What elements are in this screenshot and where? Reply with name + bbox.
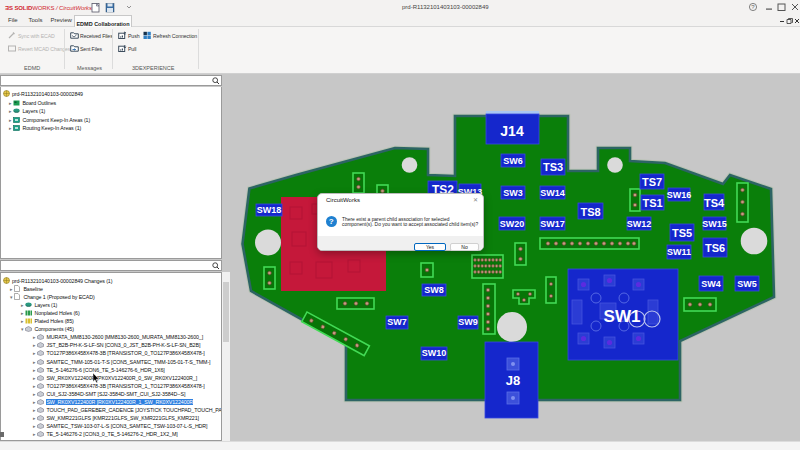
svg-text:TS6: TS6 bbox=[705, 242, 725, 254]
svg-text:TS8: TS8 bbox=[580, 206, 600, 218]
svg-text:SW12: SW12 bbox=[627, 219, 652, 229]
svg-text:SW5: SW5 bbox=[737, 279, 757, 289]
svg-text:?: ? bbox=[751, 4, 755, 10]
svg-text:SW7: SW7 bbox=[387, 317, 407, 327]
svg-text:J14: J14 bbox=[500, 123, 524, 139]
svg-text:TS5: TS5 bbox=[672, 227, 692, 239]
svg-text:TS7: TS7 bbox=[642, 176, 662, 188]
svg-text:SW6: SW6 bbox=[503, 156, 523, 166]
svg-text:SW10: SW10 bbox=[422, 348, 447, 358]
svg-text:SW17: SW17 bbox=[540, 219, 565, 229]
svg-text:SW11: SW11 bbox=[667, 247, 691, 257]
svg-text:SW3: SW3 bbox=[503, 188, 523, 198]
svg-text:TS1: TS1 bbox=[642, 197, 662, 209]
svg-text:TS3: TS3 bbox=[543, 161, 563, 173]
svg-text:SW8: SW8 bbox=[424, 285, 444, 295]
svg-text:SW15: SW15 bbox=[702, 219, 727, 229]
svg-text:SW16: SW16 bbox=[667, 190, 692, 200]
svg-text:SW1: SW1 bbox=[604, 307, 641, 326]
svg-text:SW14: SW14 bbox=[540, 188, 565, 198]
svg-text:J8: J8 bbox=[506, 373, 520, 388]
svg-text:SW9: SW9 bbox=[458, 317, 478, 327]
svg-text:SW4: SW4 bbox=[701, 279, 721, 289]
svg-text:SW20: SW20 bbox=[500, 219, 525, 229]
svg-text:SW18: SW18 bbox=[257, 205, 282, 215]
svg-text:TS4: TS4 bbox=[704, 197, 725, 209]
